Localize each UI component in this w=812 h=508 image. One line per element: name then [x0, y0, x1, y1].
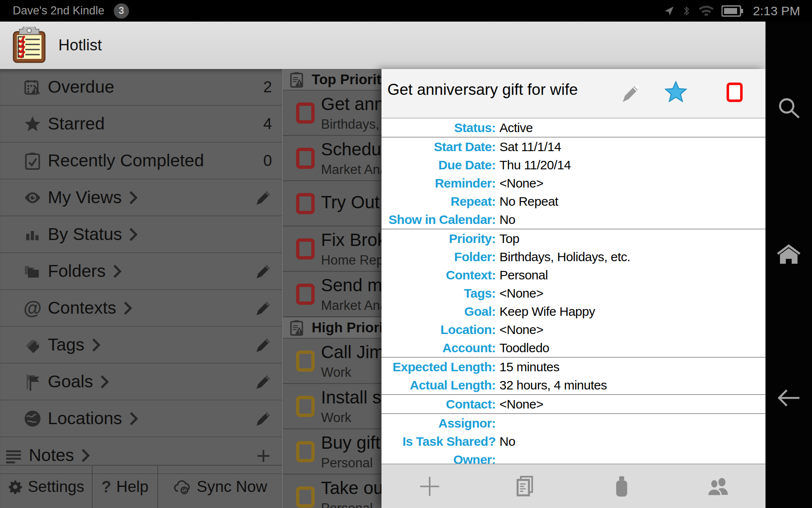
- back-button[interactable]: [765, 375, 812, 421]
- task-detail-header: Get anniversary gift for wife: [381, 69, 765, 119]
- chevron-right-icon: [91, 338, 101, 352]
- edit-locations-button[interactable]: [252, 408, 274, 430]
- wifi-icon: [698, 5, 715, 17]
- field-status[interactable]: Status: Active: [381, 119, 765, 137]
- task-complete-checkbox[interactable]: [727, 83, 743, 102]
- sidebar-item-by-status[interactable]: By Status: [0, 216, 282, 253]
- star-icon: [23, 115, 42, 133]
- sidebar-item-label: Folders: [48, 261, 106, 281]
- task-row[interactable]: Send me Market Ana: [283, 272, 382, 317]
- task-detail-title: Get anniversary gift for wife: [387, 81, 578, 99]
- folders-icon: [23, 262, 42, 281]
- bar-chart-icon: [23, 225, 42, 244]
- edit-goals-button[interactable]: [252, 371, 274, 393]
- sidebar-item-my-views[interactable]: My Views: [0, 179, 282, 216]
- field-contact[interactable]: Contact: <None>: [381, 395, 765, 413]
- sidebar-item-label: Starred: [48, 114, 104, 134]
- field-due-date[interactable]: Due Date: Thu 11/20/14: [381, 156, 765, 174]
- home-button[interactable]: [765, 231, 812, 277]
- sidebar-item-tags[interactable]: Tags: [0, 327, 282, 364]
- sync-now-button[interactable]: Sync Now: [158, 466, 282, 508]
- edit-task-pencil-icon[interactable]: [619, 82, 641, 104]
- task-checkbox[interactable]: [296, 284, 315, 305]
- task-fields: Status: Active Start Date: Sat 11/1/14 D…: [381, 119, 765, 469]
- task-folder: Market Ana: [321, 162, 382, 177]
- task-row[interactable]: Schedul Market Ana: [283, 136, 382, 181]
- sidebar-item-overdue[interactable]: Overdue 2: [0, 69, 282, 106]
- field-repeat[interactable]: Repeat: No Repeat: [381, 192, 765, 210]
- sidebar-item-recently-completed[interactable]: Recently Completed 0: [0, 143, 282, 179]
- system-nav-rail: [765, 22, 812, 508]
- field-account[interactable]: Account: Toodledo: [381, 339, 765, 357]
- task-checkbox[interactable]: [296, 486, 315, 508]
- edit-folders-button[interactable]: [252, 260, 274, 282]
- device-name: Dave's 2nd Kindle: [13, 4, 104, 17]
- field-is-task-shared[interactable]: Is Task Shared? No: [381, 432, 765, 450]
- edit-tags-button[interactable]: [252, 334, 274, 356]
- delete-task-button[interactable]: [573, 464, 669, 508]
- field-start-date[interactable]: Start Date: Sat 11/1/14: [381, 138, 765, 156]
- sidebar-item-goals[interactable]: Goals: [0, 364, 282, 400]
- sidebar-item-label: By Status: [48, 224, 122, 244]
- settings-button[interactable]: Settings: [0, 466, 93, 508]
- field-show-in-calendar[interactable]: Show in Calendar: No: [381, 210, 765, 229]
- task-title: Try Out U: [321, 192, 382, 213]
- status-bar: Dave's 2nd Kindle 3: [0, 0, 812, 22]
- chevron-right-icon: [123, 301, 132, 315]
- task-checkbox[interactable]: [296, 396, 315, 417]
- share-task-button[interactable]: [669, 464, 765, 508]
- add-task-button[interactable]: [381, 464, 477, 508]
- task-row[interactable]: Install s Work: [283, 384, 382, 429]
- field-goal[interactable]: Goal: Keep Wife Happy: [381, 302, 765, 320]
- task-row[interactable]: Call Jim Work: [283, 339, 382, 384]
- task-detail-panel: Get anniversary gift for wife Status: Ac…: [381, 69, 765, 508]
- sidebar-item-contexts[interactable]: @ Contexts: [0, 290, 282, 327]
- copy-task-button[interactable]: [477, 464, 573, 508]
- chevron-right-icon: [81, 448, 90, 463]
- task-checkbox[interactable]: [296, 238, 315, 260]
- field-assignor[interactable]: Assignor:: [381, 414, 765, 432]
- edit-my-views-button[interactable]: [252, 187, 274, 209]
- calendar-warning-icon: [23, 78, 42, 97]
- sidebar-item-starred[interactable]: Starred 4: [0, 106, 282, 143]
- sidebar-item-label: Contexts: [48, 298, 116, 318]
- task-row[interactable]: Get anni Birthdays,: [283, 91, 382, 136]
- task-row[interactable]: Fix Brok Home Rep: [283, 226, 382, 272]
- task-checkbox[interactable]: [296, 351, 315, 372]
- footer-button-label: Help: [116, 478, 148, 496]
- cloud-sync-icon: [173, 478, 192, 495]
- task-row[interactable]: Try Out U: [283, 181, 382, 226]
- task-checkbox[interactable]: [296, 148, 315, 169]
- location-arrow-icon: [663, 5, 675, 17]
- task-row[interactable]: Buy gift Personal: [283, 429, 382, 475]
- edit-contexts-button[interactable]: [252, 297, 274, 319]
- clock: 2:13 PM: [753, 4, 800, 18]
- task-title: Install s: [321, 387, 381, 408]
- chevron-right-icon: [112, 264, 122, 279]
- field-folder[interactable]: Folder: Birthdays, Holidays, etc.: [381, 248, 765, 266]
- help-button[interactable]: ? Help: [93, 466, 158, 508]
- field-context[interactable]: Context: Personal: [381, 266, 765, 284]
- footer-button-label: Sync Now: [197, 478, 267, 496]
- task-row[interactable]: Take out Personal: [283, 475, 382, 508]
- task-checkbox[interactable]: [296, 441, 315, 462]
- search-button[interactable]: [765, 85, 812, 131]
- field-actual-length[interactable]: Actual Length: 32 hours, 4 minutes: [381, 376, 765, 394]
- add-note-button[interactable]: +: [252, 444, 274, 467]
- field-tags[interactable]: Tags: <None>: [381, 284, 765, 302]
- star-toggle-icon[interactable]: [664, 80, 688, 104]
- globe-icon: [23, 409, 42, 428]
- task-checkbox[interactable]: [296, 102, 315, 124]
- field-reminder[interactable]: Reminder: <None>: [381, 174, 765, 192]
- section-header-label: High Priority: [312, 320, 382, 336]
- field-location[interactable]: Location: <None>: [381, 320, 765, 339]
- sidebar-item-locations[interactable]: Locations: [0, 400, 282, 437]
- sidebar-item-folders[interactable]: Folders: [0, 253, 282, 290]
- task-title: Take out: [321, 478, 382, 498]
- sidebar-item-label: Recently Completed: [48, 151, 204, 171]
- field-expected-length[interactable]: Expected Length: 15 minutes: [381, 358, 765, 376]
- task-list: Top Priority Get anni Birthdays, Schedul…: [282, 69, 382, 508]
- task-checkbox[interactable]: [296, 193, 315, 214]
- field-priority[interactable]: Priority: Top: [381, 229, 765, 248]
- chevron-right-icon: [129, 190, 138, 205]
